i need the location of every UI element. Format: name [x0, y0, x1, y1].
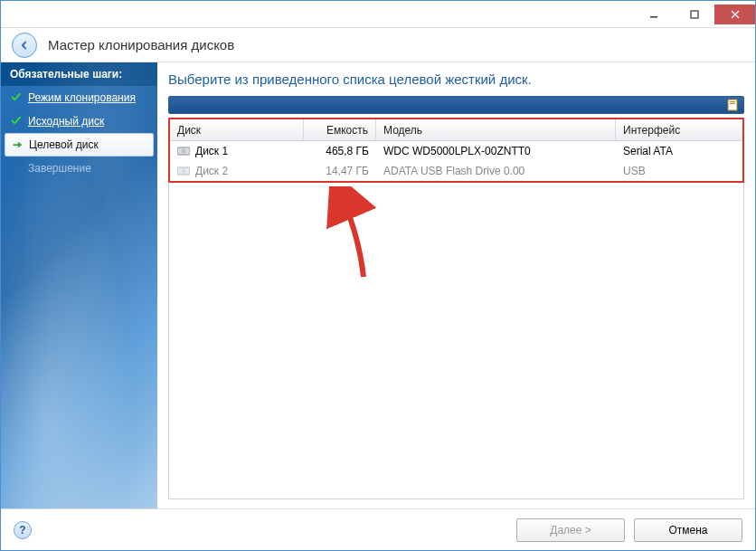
table-row[interactable]: Диск 2 14,47 ГБ ADATA USB Flash Drive 0.… — [170, 161, 742, 181]
check-icon — [10, 91, 23, 104]
annotation-arrow-icon — [314, 186, 386, 286]
next-button[interactable]: Далее > — [516, 518, 625, 542]
instruction-text: Выберите из приведенного списка целевой … — [168, 71, 744, 87]
table-header: Диск Емкость Модель Интерфейс — [170, 119, 742, 141]
minimize-button[interactable] — [633, 5, 674, 24]
page-title: Мастер клонирования дисков — [48, 37, 234, 52]
disk-table: Диск Емкость Модель Интерфейс Диск 1 465… — [168, 118, 744, 183]
svg-point-6 — [182, 149, 186, 154]
step-label: Целевой диск — [29, 138, 99, 151]
svg-rect-1 — [691, 11, 698, 18]
header: Мастер клонирования дисков — [1, 28, 755, 62]
cell-disk: Диск 2 — [195, 165, 228, 177]
th-model[interactable]: Модель — [376, 119, 616, 140]
disk-icon — [177, 166, 190, 176]
sidebar-step-clone-mode[interactable]: Режим клонирования — [1, 86, 157, 109]
properties-icon[interactable] — [727, 99, 740, 111]
check-icon — [10, 115, 23, 128]
wizard-window: Мастер клонирования дисков Обязательные … — [0, 0, 756, 551]
th-disk[interactable]: Диск — [170, 119, 304, 140]
cell-model: WDC WD5000LPLX-00ZNTT0 — [376, 143, 616, 159]
blank-icon — [10, 162, 23, 175]
disk-icon — [177, 146, 190, 157]
help-button[interactable]: ? — [14, 521, 32, 539]
cell-model: ADATA USB Flash Drive 0.00 — [376, 163, 616, 179]
main-panel: Выберите из приведенного списка целевой … — [157, 62, 755, 508]
svg-rect-2 — [728, 100, 737, 110]
disk-layout-band — [168, 96, 744, 114]
cell-interface: USB — [616, 163, 742, 179]
th-capacity[interactable]: Емкость — [304, 119, 376, 140]
table-row[interactable]: Диск 1 465,8 ГБ WDC WD5000LPLX-00ZNTT0 S… — [170, 141, 742, 161]
arrow-right-icon — [11, 138, 24, 151]
svg-rect-3 — [730, 101, 735, 102]
step-label: Исходный диск — [28, 115, 104, 128]
footer: ? Далее > Отмена — [1, 508, 755, 550]
cell-disk: Диск 1 — [195, 145, 228, 157]
svg-rect-4 — [730, 103, 735, 104]
back-button[interactable] — [12, 33, 37, 58]
titlebar — [1, 1, 755, 28]
close-button[interactable] — [714, 5, 755, 24]
cell-capacity: 14,47 ГБ — [304, 163, 376, 179]
step-label: Режим клонирования — [28, 91, 136, 104]
sidebar-step-target-disk[interactable]: Целевой диск — [5, 133, 154, 157]
body: Обязательные шаги: Режим клонирования Ис… — [1, 62, 755, 508]
maximize-button[interactable] — [674, 5, 714, 24]
sidebar-step-finish: Завершение — [1, 157, 157, 180]
sidebar: Обязательные шаги: Режим клонирования Ис… — [1, 62, 157, 508]
sidebar-header: Обязательные шаги: — [1, 62, 157, 86]
cell-interface: Serial ATA — [616, 143, 742, 159]
th-interface[interactable]: Интерфейс — [616, 119, 742, 140]
svg-point-8 — [182, 169, 186, 174]
sidebar-step-source-disk[interactable]: Исходный диск — [1, 109, 157, 133]
step-label: Завершение — [28, 162, 91, 175]
cell-capacity: 465,8 ГБ — [304, 143, 376, 159]
cancel-button[interactable]: Отмена — [634, 518, 742, 542]
table-body-area — [168, 183, 744, 499]
svg-rect-0 — [650, 16, 657, 18]
